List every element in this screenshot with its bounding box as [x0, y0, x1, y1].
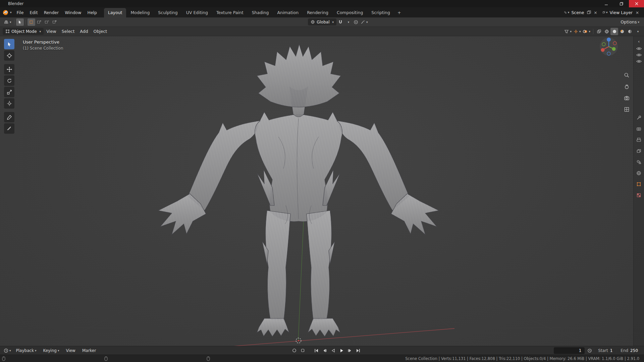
tab-texture-properties[interactable]	[635, 192, 643, 198]
toggle-ortho-button[interactable]	[623, 105, 631, 113]
keying-menu[interactable]: Keying	[41, 346, 62, 355]
tool-annotate[interactable]	[4, 112, 14, 122]
tab-view-layer-properties[interactable]	[635, 147, 643, 154]
previous-keyframe-button[interactable]	[321, 347, 328, 354]
camera-view-button[interactable]	[623, 94, 631, 102]
tab-object-properties[interactable]	[635, 181, 643, 187]
minimize-button[interactable]	[599, 0, 614, 7]
expand-outliner-chevron[interactable]: ‹	[638, 39, 640, 45]
play-reverse-button[interactable]	[329, 347, 337, 354]
tab-scene-properties[interactable]	[635, 159, 643, 165]
menu-render[interactable]: Render	[41, 7, 62, 17]
select-mode-subtract-button[interactable]	[43, 18, 51, 26]
zoom-button[interactable]	[623, 71, 631, 79]
playback-menu[interactable]: Playback	[13, 346, 39, 355]
proportional-falloff-dropdown[interactable]	[360, 18, 369, 26]
tool-measure[interactable]	[4, 123, 14, 134]
frame-end-field[interactable]: End 250	[617, 347, 641, 354]
tool-scale[interactable]	[4, 87, 14, 97]
workspace-tab-animation[interactable]: Animation	[273, 8, 303, 17]
menu-select[interactable]: Select	[59, 27, 77, 36]
shading-settings-dropdown[interactable]	[634, 28, 641, 35]
proportional-editing-toggle[interactable]	[352, 18, 360, 26]
tool-cursor[interactable]	[4, 50, 14, 61]
remove-view-layer-button[interactable]: ×	[635, 10, 640, 15]
tool-rotate[interactable]	[4, 75, 14, 86]
options-dropdown[interactable]: Options	[619, 19, 641, 24]
preview-range-button[interactable]	[586, 347, 593, 354]
timeline-editor-type-button[interactable]	[3, 347, 12, 354]
menu-help[interactable]: Help	[84, 7, 100, 17]
menu-file[interactable]: File	[14, 7, 27, 17]
new-scene-button[interactable]	[586, 10, 592, 15]
scene-name[interactable]: Scene	[571, 10, 585, 15]
menu-add[interactable]: Add	[77, 27, 91, 36]
visibility-eye-icon[interactable]	[636, 53, 642, 58]
gizmos-dropdown[interactable]	[573, 28, 582, 35]
play-reverse-icon	[331, 349, 335, 353]
tab-render-properties[interactable]	[635, 125, 643, 132]
next-keyframe-button[interactable]	[346, 347, 354, 354]
shading-rendered-button[interactable]	[626, 28, 634, 35]
view-layer-name[interactable]: View Layer	[609, 10, 634, 15]
add-workspace-button[interactable]: +	[394, 8, 404, 17]
timeline-view-menu[interactable]: View	[63, 346, 78, 355]
view-layer-browse-button[interactable]	[602, 10, 608, 15]
menu-view[interactable]: View	[44, 27, 59, 36]
toggle-xray-button[interactable]	[595, 28, 603, 35]
navigation-gizmo[interactable]	[599, 37, 619, 56]
tab-output-properties[interactable]	[635, 136, 643, 143]
jump-to-end-button[interactable]	[355, 347, 362, 354]
pan-hand-button[interactable]	[623, 82, 631, 90]
mode-selector-dropdown[interactable]: Object Mode	[3, 28, 44, 35]
shading-solid-icon	[612, 29, 617, 34]
menu-edit[interactable]: Edit	[26, 7, 41, 17]
keying-set-button[interactable]	[299, 347, 307, 354]
workspace-tab-modeling[interactable]: Modeling	[126, 8, 154, 17]
transform-orientation-dropdown[interactable]: Global	[308, 18, 336, 25]
snap-toggle[interactable]	[336, 18, 344, 26]
overlays-dropdown[interactable]	[582, 28, 591, 35]
active-tool-button[interactable]	[16, 18, 24, 26]
tab-world-properties[interactable]	[635, 170, 643, 176]
timeline-marker-menu[interactable]: Marker	[79, 346, 99, 355]
workspace-tab-texture-paint[interactable]: Texture Paint	[212, 8, 248, 17]
select-mode-extend-button[interactable]	[35, 18, 43, 26]
shading-material-button[interactable]	[618, 28, 626, 35]
frame-start-field[interactable]: Start 1	[595, 347, 616, 354]
visibility-eye-icon[interactable]	[636, 46, 642, 51]
snap-settings-dropdown[interactable]	[344, 18, 352, 26]
workspace-tab-layout[interactable]: Layout	[104, 8, 126, 17]
menu-window[interactable]: Window	[62, 7, 84, 17]
unlink-scene-button[interactable]: ×	[593, 10, 598, 15]
close-button[interactable]	[629, 0, 644, 7]
auto-keying-record-button[interactable]	[291, 347, 298, 354]
shading-wireframe-button[interactable]	[603, 28, 610, 35]
visibility-eye-icon[interactable]	[636, 59, 642, 64]
tool-settings-header: Global Options	[0, 17, 644, 27]
select-mode-intersect-button[interactable]	[51, 18, 58, 26]
tool-select-box[interactable]	[4, 39, 14, 49]
tool-transform[interactable]	[4, 98, 14, 109]
tool-move[interactable]	[4, 64, 14, 74]
viewport-3d[interactable]: User Perspective (1) Scene Collection	[0, 36, 644, 346]
workspace-tab-shading[interactable]: Shading	[248, 8, 273, 17]
play-button[interactable]	[338, 347, 345, 354]
workspace-tab-scripting[interactable]: Scripting	[367, 8, 394, 17]
workspace-tab-sculpting[interactable]: Sculpting	[154, 8, 181, 17]
current-frame-field[interactable]: 1	[554, 347, 585, 354]
select-mode-set-button[interactable]	[28, 18, 35, 26]
tab-tool-properties[interactable]	[635, 114, 643, 121]
menu-object[interactable]: Object	[91, 27, 110, 36]
jump-to-start-button[interactable]	[313, 347, 320, 354]
object-visibility-dropdown[interactable]	[563, 28, 573, 35]
blender-menu-button[interactable]	[0, 7, 14, 17]
gizmo-icon	[574, 29, 578, 34]
workspace-tab-rendering[interactable]: Rendering	[303, 8, 332, 17]
maximize-button[interactable]	[614, 0, 629, 7]
editor-type-button[interactable]	[3, 18, 12, 26]
workspace-tab-compositing[interactable]: Compositing	[333, 8, 367, 17]
workspace-tab-uv-editing[interactable]: UV Editing	[182, 8, 212, 17]
scene-browse-button[interactable]	[564, 10, 569, 15]
shading-solid-button[interactable]	[610, 28, 618, 35]
